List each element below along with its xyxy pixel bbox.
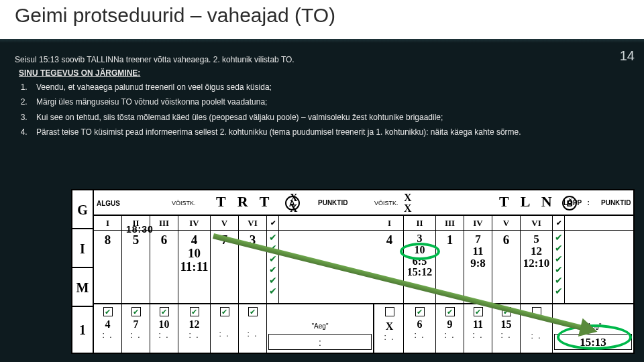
page-number: 14 — [620, 48, 635, 64]
cell-b6: 5 12 12:10 — [521, 231, 553, 303]
bcell: ✔12: . — [178, 304, 211, 354]
roman-row: I II III IV V VI ✔ I II III IV V VI ✔ — [94, 216, 633, 231]
roman-cell: II — [122, 216, 150, 231]
algus-label: ALGUS — [97, 200, 120, 207]
cell-a2: 5 — [122, 231, 150, 303]
left-label: M — [72, 268, 93, 307]
roman-cell: VI — [239, 216, 267, 231]
punktid-label-b: PUNKTID — [601, 190, 631, 216]
cell-b5: 6 — [492, 231, 521, 303]
aeg-box-a: : — [268, 334, 372, 350]
cell-b4: 7 11 9:8 — [464, 231, 492, 303]
cell-a3: 6 — [150, 231, 178, 303]
aeg-value: 15:13 — [555, 335, 631, 351]
slide-title: Geimi protseduurid – vaheajad (TO) — [15, 4, 629, 27]
dark-body: 14 Seisul 15:13 soovib TALLINNa treener … — [0, 43, 644, 362]
scoresheet: G I M 1 ALGUS 18:30 VÕISTK. T R T A X X … — [71, 189, 635, 354]
cell-a1: 8 — [94, 231, 122, 303]
team-a-name: T R T A — [216, 193, 300, 210]
cell-b2: 3 10 6:5 15:12 — [404, 231, 436, 303]
tick-col: ✔ — [267, 216, 279, 231]
voistk-label-b: VÕISTK. — [374, 190, 398, 216]
left-label: I — [72, 229, 93, 268]
tick-col-a: ✔✔✔✔✔✔ — [267, 231, 279, 303]
x-mark-icon: X — [290, 202, 298, 215]
roman-cell: V — [211, 216, 239, 231]
cell-a6: 3 — [239, 231, 267, 303]
team-b-text: T L N — [499, 193, 556, 210]
x-mark-icon: X — [404, 202, 412, 215]
aeg-a: "Aeg" : — [267, 304, 374, 354]
left-label: 1 — [72, 307, 93, 353]
aeg-label: "Aeg" — [267, 322, 373, 330]
bcell: ✔6: . — [404, 304, 436, 354]
bcell: ✔9: . — [436, 304, 464, 354]
bottom-row: ✔4: . ✔7: . ✔10: . ✔12: . ✔: . ✔: . "Aeg… — [94, 303, 633, 353]
aeg-box-b: 15:13 — [554, 334, 632, 350]
step-list: Veendu, et vaheaega palunud treeneril on… — [0, 80, 644, 139]
bcell: ✔15: . — [492, 304, 521, 354]
roman-cell: IV — [464, 216, 492, 231]
bcell: ✔: . — [239, 304, 267, 354]
roman-cell: VI — [521, 216, 553, 231]
lopp-label: LÕPP : — [564, 190, 590, 216]
bcell: ✔10: . — [150, 304, 178, 354]
roman-cell: II — [404, 216, 436, 231]
algus-cell: ALGUS 18:30 — [97, 190, 170, 216]
roman-cell: IV — [178, 216, 211, 231]
title-bar: Geimi protseduurid – vaheajad (TO) — [0, 0, 644, 39]
bcell: : . — [521, 304, 553, 354]
roman-cell: V — [492, 216, 521, 231]
aeg-b: "Aeg" 15:13 — [553, 304, 633, 354]
slide: Geimi protseduurid – vaheajad (TO) 14 Se… — [0, 0, 644, 362]
subheading: SINU TEGEVUS ON JÄRGMINE: — [0, 64, 644, 78]
data-row: 8 5 6 4 10 11:11 7 3 ✔✔✔✔✔✔ 4 3 10 6:5 1… — [94, 231, 633, 303]
step-item: Märgi üles mänguseisu TO võtnud võistkon… — [30, 95, 629, 109]
roman-cell: I — [376, 216, 404, 231]
team-a-text: T R T — [216, 193, 273, 210]
aeg-label: "Aeg" — [553, 322, 633, 330]
cell-a5: 7 — [211, 231, 239, 303]
cell-a4: 4 10 11:11 — [178, 231, 211, 303]
roman-cell: III — [436, 216, 464, 231]
bcell: ✔: . — [211, 304, 239, 354]
tick-col-b: ✔✔✔✔✔✔ — [553, 231, 565, 303]
left-label: G — [72, 190, 93, 229]
roman-cell: I — [94, 216, 122, 231]
sheet-header: ALGUS 18:30 VÕISTK. T R T A X X PUNKTID … — [94, 190, 633, 216]
bcell: X: . — [376, 304, 404, 354]
cell-b1: 4 — [376, 231, 404, 303]
roman-cell: III — [150, 216, 178, 231]
bcell: ✔4: . — [94, 304, 122, 354]
cell-b3: 1 — [436, 231, 464, 303]
tick-col: ✔ — [553, 216, 565, 231]
punktid-label-a: PUNKTID — [318, 190, 347, 216]
bcell: ✔7: . — [122, 304, 150, 354]
bcell: ✔11: . — [464, 304, 492, 354]
step-item: Veendu, et vaheaega palunud treeneril on… — [30, 80, 629, 94]
step-item: Pärast teise TO küsimist pead informeeri… — [30, 125, 629, 139]
voistk-label-a: VÕISTK. — [172, 190, 200, 216]
step-item: Kui see on tehtud, siis tõsta mõlemad kä… — [30, 111, 629, 124]
intro-text: Seisul 15:13 soovib TALLINNa treener võt… — [0, 43, 644, 64]
left-label-column: G I M 1 — [72, 190, 94, 353]
